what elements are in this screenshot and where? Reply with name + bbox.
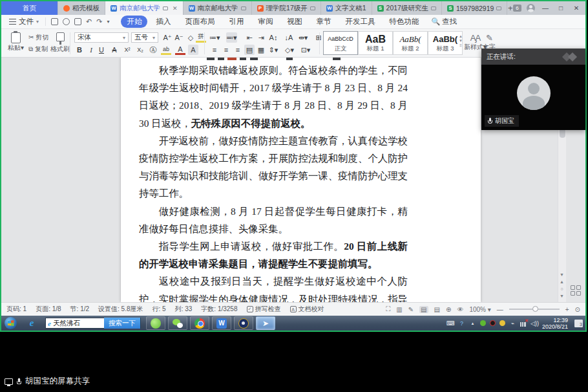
minimize-button[interactable]: —: [540, 5, 551, 12]
search-input[interactable]: 天然沸石: [53, 319, 80, 328]
usb-device-icon[interactable]: ⌁: [509, 320, 516, 327]
print-preview-icon[interactable]: [74, 18, 81, 25]
align-left-icon[interactable]: ≡: [209, 45, 220, 55]
help-icon[interactable]: ?: [458, 320, 465, 327]
taskbar-chrome[interactable]: [190, 316, 209, 330]
eye-protect-icon[interactable]: 👁: [457, 306, 463, 313]
qq-icon[interactable]: [490, 320, 496, 326]
clear-format-icon[interactable]: ◇: [185, 32, 196, 43]
meeting-panel-header[interactable]: 正在讲话:: [481, 49, 585, 65]
document-text[interactable]: 秋季学期采取错峰返校原则。符合返校条件的学生，不同年级学生返校时间错开，2017…: [139, 61, 408, 302]
taskbar-ie[interactable]: e: [22, 316, 41, 330]
status-item-6[interactable]: 字数: 1/3258: [201, 305, 237, 314]
network-error-icon[interactable]: [520, 320, 527, 327]
char-border-icon[interactable]: Ⓐ: [148, 45, 158, 55]
table-convert-icon[interactable]: ⊞: [313, 32, 324, 43]
italic-button[interactable]: I: [86, 45, 96, 55]
zoom-slider[interactable]: [509, 309, 560, 310]
taskbar-njupt[interactable]: [234, 316, 253, 330]
start-button[interactable]: [5, 317, 17, 329]
decrease-indent-icon[interactable]: ⇤: [244, 32, 255, 43]
ribbon-tab-7[interactable]: 开发工具: [339, 16, 381, 28]
zoom-in-button[interactable]: +: [565, 306, 569, 313]
line-spacing-icon[interactable]: ⇕▾: [268, 45, 278, 55]
document-tab-1[interactable]: 稻壳模板: [58, 1, 105, 15]
close-button[interactable]: ✕: [571, 5, 582, 12]
document-page[interactable]: 秋季学期采取错峰返校原则。符合返校条件的学生，不同年级学生返校时间错开，2017…: [121, 58, 481, 302]
file-menu[interactable]: 文件 ▾: [1, 17, 45, 27]
taskbar-360-browser[interactable]: [146, 316, 165, 330]
zoom-out-button[interactable]: —: [497, 306, 503, 313]
page-view-icon[interactable]: ▤: [419, 306, 428, 313]
message-count-badge[interactable]: 6: [513, 5, 521, 12]
tray-expand-icon[interactable]: ▲: [469, 320, 476, 327]
user-avatar[interactable]: [527, 4, 535, 12]
keyboard-icon[interactable]: ⌨: [447, 320, 454, 327]
highlight-color-icon[interactable]: ab: [161, 45, 171, 55]
cut-button[interactable]: ✂ 剪切: [28, 33, 48, 42]
font-size-combo[interactable]: 五号▾: [131, 32, 158, 43]
superscript-button[interactable]: X²: [122, 45, 132, 55]
styles-scroll-buttons[interactable]: ▲▼≡: [459, 34, 463, 48]
document-tab-3[interactable]: W南京邮电大学: [184, 1, 252, 15]
subscript-button[interactable]: X₂: [135, 45, 145, 55]
fit-page-icon[interactable]: ⊙: [575, 306, 580, 313]
new-tab-button[interactable]: +: [507, 1, 513, 15]
ribbon-tab-4[interactable]: 审阅: [252, 16, 278, 28]
tray-360-icon[interactable]: [480, 320, 486, 326]
distribute-icon[interactable]: ▦: [256, 45, 266, 55]
spell-check-button[interactable]: ✓ 拼写检查: [247, 305, 281, 314]
fullscreen-view-icon[interactable]: ⛶: [386, 305, 390, 313]
save-icon[interactable]: [51, 18, 58, 25]
strikethrough-button[interactable]: A: [109, 45, 120, 55]
ribbon-tab-5[interactable]: 视图: [281, 16, 308, 28]
align-center-icon[interactable]: ≡: [221, 45, 231, 55]
task-pane-toggle-icon[interactable]: [571, 285, 582, 296]
status-item-2[interactable]: 节: 1/2: [70, 305, 89, 314]
document-tab-0[interactable]: 首页: [1, 1, 58, 15]
document-tab-4[interactable]: P理学院17级开: [252, 1, 321, 15]
web-view-icon[interactable]: ⊕: [446, 306, 451, 313]
ribbon-tab-8[interactable]: 特色功能: [383, 16, 425, 28]
ribbon-tab-2[interactable]: 页面布局: [179, 16, 220, 28]
maximize-button[interactable]: □: [556, 5, 566, 12]
read-layout-icon[interactable]: ▥: [396, 306, 402, 313]
proofread-button[interactable]: A 文档校对: [290, 305, 324, 314]
taskbar-meeting-app[interactable]: ➤: [256, 316, 275, 330]
style-preset-0[interactable]: AaBbCcD正文: [323, 31, 358, 55]
paste-button[interactable]: 粘贴▾: [8, 32, 24, 52]
undo-icon[interactable]: ↶: [86, 17, 92, 26]
zoom-value[interactable]: 100% ▾: [469, 306, 490, 313]
volume-icon[interactable]: ◁)): [531, 320, 538, 327]
customize-toolbar-icon[interactable]: ▾: [107, 19, 109, 25]
font-name-combo[interactable]: 宋体▾: [74, 32, 129, 43]
tray-shield-icon[interactable]: [499, 320, 505, 326]
participant-video[interactable]: 胡国宝: [481, 65, 585, 130]
status-item-4[interactable]: 行: 5: [152, 305, 166, 314]
ribbon-tab-0[interactable]: 开始: [121, 16, 147, 28]
increase-font-icon[interactable]: A⁺: [162, 32, 173, 43]
style-preset-1[interactable]: AaB标题 1: [358, 31, 393, 55]
outline-view-icon[interactable]: ▤: [434, 306, 440, 313]
search-button[interactable]: 搜索一下: [104, 318, 140, 329]
tab-close-icon[interactable]: ✕: [173, 5, 178, 12]
bullet-list-icon[interactable]: ≔▾: [209, 32, 220, 43]
scrollbar-buttons[interactable]: ▼▲○▼: [558, 271, 566, 299]
decrease-font-icon[interactable]: A⁻: [174, 32, 184, 43]
font-color-icon[interactable]: A: [175, 45, 185, 55]
document-tab-5[interactable]: W文字文稿1: [321, 1, 372, 15]
style-preset-3[interactable]: AaBb(标题 3: [428, 31, 463, 55]
justify-icon[interactable]: ▤: [244, 45, 255, 55]
redo-icon[interactable]: ↷: [96, 17, 102, 26]
numbered-list-icon[interactable]: ≕▾: [226, 32, 237, 43]
taskbar-wps[interactable]: W: [212, 316, 231, 330]
char-scale-icon[interactable]: ⇹▾: [298, 32, 308, 43]
taskbar-search-box[interactable]: e 天然沸石 搜索一下: [45, 318, 141, 329]
status-item-3[interactable]: 设置值: 5.8厘米: [98, 305, 143, 314]
find-button[interactable]: 🔍 查找: [431, 17, 457, 27]
style-preset-2[interactable]: AaBb(标题 2: [393, 31, 428, 55]
underline-button[interactable]: U: [96, 45, 107, 55]
copy-button[interactable]: ⧉ 复制: [28, 45, 48, 54]
status-item-0[interactable]: 页码: 1: [6, 305, 26, 314]
ribbon-tab-1[interactable]: 插入: [150, 16, 176, 28]
